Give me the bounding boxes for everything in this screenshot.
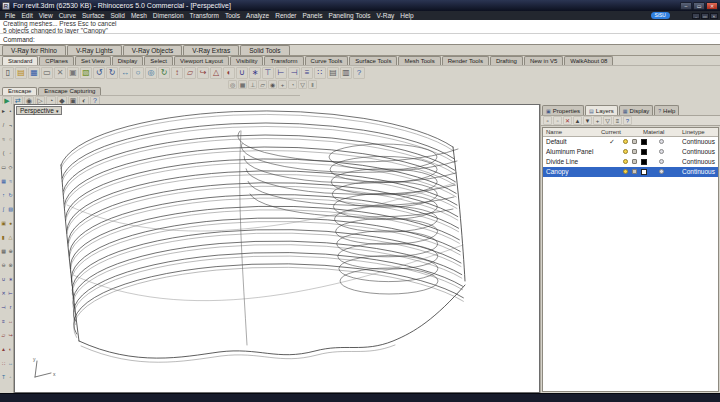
mirror-icon[interactable]: ◐: [223, 67, 235, 79]
copy-to-clipboard-icon[interactable]: ▣: [67, 67, 79, 79]
layer-help-icon[interactable]: ?: [623, 116, 632, 125]
mdi-close-button[interactable]: ✕: [710, 13, 718, 19]
layer-color-swatch[interactable]: [641, 149, 647, 155]
explode-icon[interactable]: ∗: [249, 67, 261, 79]
menu-item-analyze[interactable]: Analyze: [243, 11, 272, 20]
menu-item-mesh[interactable]: Mesh: [128, 11, 150, 20]
toolbar-group-tab-standard[interactable]: Standard: [2, 56, 38, 65]
restore-button[interactable]: ▭: [693, 2, 705, 10]
menu-item-edit[interactable]: Edit: [18, 11, 35, 20]
cylinder-icon[interactable]: ▮: [0, 234, 7, 241]
layers-dialog-icon[interactable]: ▤: [327, 67, 339, 79]
boolean-difference-icon[interactable]: ⊖: [0, 262, 7, 269]
status-badge[interactable]: SiSU: [651, 12, 670, 19]
close-button[interactable]: ✕: [706, 2, 718, 10]
open-file-icon[interactable]: ▤: [15, 67, 27, 79]
viewport-title-tab[interactable]: Perspective ▾: [16, 106, 62, 115]
extrude-icon[interactable]: ↑: [0, 192, 7, 199]
array-icon[interactable]: ∷: [0, 360, 7, 367]
layer-visibility-bulb-icon[interactable]: [623, 159, 628, 164]
current-layer-check[interactable]: ✓: [607, 138, 617, 146]
toolbar-group-tab-display[interactable]: Display: [112, 56, 144, 65]
join-icon[interactable]: ∪: [236, 67, 248, 79]
paste-icon[interactable]: ▧: [80, 67, 92, 79]
copy-icon[interactable]: ▱: [0, 332, 7, 339]
line-icon[interactable]: /: [0, 122, 7, 129]
layer-material-icon[interactable]: [659, 159, 664, 164]
layer-visibility-bulb-icon[interactable]: [623, 169, 628, 174]
join-icon[interactable]: ∪: [0, 276, 7, 283]
menu-item-solid[interactable]: Solid: [107, 11, 127, 20]
panel-tab-properties[interactable]: ▣Properties: [542, 105, 584, 115]
scale-icon[interactable]: △: [210, 67, 222, 79]
toolbar-tab-v-ray-extras[interactable]: V-Ray Extras: [183, 45, 239, 55]
toolbar-group-tab-set-view[interactable]: Set View: [75, 56, 111, 65]
new-file-icon[interactable]: ▯: [2, 67, 14, 79]
move-layer-up-icon[interactable]: ▲: [573, 116, 582, 125]
revolve-icon[interactable]: ↻: [7, 192, 14, 199]
arc-icon[interactable]: (: [0, 150, 7, 157]
ellipse-icon[interactable]: ◦: [7, 150, 14, 157]
layer-material-icon[interactable]: [659, 149, 664, 154]
layer-tools-menu-icon[interactable]: ≡: [613, 116, 622, 125]
panel-tab-display[interactable]: ▦Display: [619, 105, 653, 115]
curve-icon[interactable]: ≈: [0, 136, 7, 143]
rotate-icon[interactable]: ↪: [197, 67, 209, 79]
toolbar-group-tab-select[interactable]: Select: [144, 56, 173, 65]
new-sublayer-icon[interactable]: ▫: [553, 116, 562, 125]
surface-plane-icon[interactable]: ▦: [0, 178, 7, 185]
mdi-minimize-button[interactable]: –: [692, 13, 700, 19]
menu-item-v-ray[interactable]: V-Ray: [374, 11, 398, 20]
menu-item-tools[interactable]: Tools: [222, 11, 243, 20]
help-icon[interactable]: ?: [353, 67, 365, 79]
zoom-window-icon[interactable]: ○: [132, 67, 144, 79]
layer-row-divide-line[interactable]: Divide LineContinuous: [543, 157, 718, 167]
layer-row-default[interactable]: Default✓Continuous: [543, 137, 718, 147]
boolean-union-icon[interactable]: ⊕: [7, 248, 14, 255]
layer-row-aluminum-panel[interactable]: Aluminum PanelContinuous: [543, 147, 718, 157]
toolbar-group-tab-walkabout-08[interactable]: WalkAbout 08: [564, 56, 613, 65]
explode-icon[interactable]: ∗: [7, 276, 14, 283]
box-icon[interactable]: ▣: [0, 220, 7, 227]
toolbar-group-tab-drafting[interactable]: Drafting: [490, 56, 523, 65]
rotate-icon[interactable]: ↪: [7, 332, 14, 339]
new-layer-icon[interactable]: ▫: [543, 116, 552, 125]
split-icon[interactable]: ⊢: [275, 67, 287, 79]
print-icon[interactable]: ▭: [41, 67, 53, 79]
trim-icon[interactable]: ⊤: [262, 67, 274, 79]
menu-item-transform[interactable]: Transform: [187, 11, 222, 20]
fillet-icon[interactable]: r: [7, 304, 14, 311]
delete-layer-icon[interactable]: ✕: [563, 116, 572, 125]
menu-item-paneling-tools[interactable]: Paneling Tools: [325, 11, 373, 20]
layer-material-icon[interactable]: [659, 169, 664, 174]
toolbar-tab-v-ray-for-rhino[interactable]: V-Ray for Rhino: [2, 45, 66, 55]
enscape-tab-enscape[interactable]: Enscape: [2, 87, 37, 95]
dimension-icon[interactable]: ↔: [7, 360, 14, 367]
mirror-icon[interactable]: ◐: [7, 346, 14, 353]
boolean-intersection-icon[interactable]: ⊗: [7, 262, 14, 269]
rotate-view-icon[interactable]: ↻: [158, 67, 170, 79]
toolbar-group-tab-visibility[interactable]: Visibility: [230, 56, 264, 65]
layer-lock-icon[interactable]: [632, 159, 637, 164]
copy-object-icon[interactable]: ▱: [184, 67, 196, 79]
trim-icon[interactable]: ✕: [0, 290, 7, 297]
menu-item-curve[interactable]: Curve: [56, 11, 79, 20]
layer-visibility-bulb-icon[interactable]: [623, 149, 628, 154]
extend-icon[interactable]: ⊣: [288, 67, 300, 79]
toolbar-tab-v-ray-objects[interactable]: V-Ray Objects: [123, 45, 183, 55]
scale-icon[interactable]: ▲: [0, 346, 7, 353]
menu-item-dimension[interactable]: Dimension: [150, 11, 187, 20]
layer-filter-icon[interactable]: ▽: [603, 116, 612, 125]
split-icon[interactable]: ⊢: [7, 290, 14, 297]
menu-item-panels[interactable]: Panels: [300, 11, 326, 20]
zoom-extents-icon[interactable]: ◎: [145, 67, 157, 79]
layer-material-icon[interactable]: [659, 139, 664, 144]
select-icon[interactable]: ►: [0, 108, 7, 115]
command-input[interactable]: [38, 35, 717, 44]
offset-icon[interactable]: ≡: [301, 67, 313, 79]
offset-icon[interactable]: ≡: [0, 318, 7, 325]
toolbar-group-tab-viewport-layout[interactable]: Viewport Layout: [174, 56, 229, 65]
save-file-icon[interactable]: ▦: [28, 67, 40, 79]
point-icon[interactable]: •: [7, 108, 14, 115]
move-icon[interactable]: ↕: [171, 67, 183, 79]
